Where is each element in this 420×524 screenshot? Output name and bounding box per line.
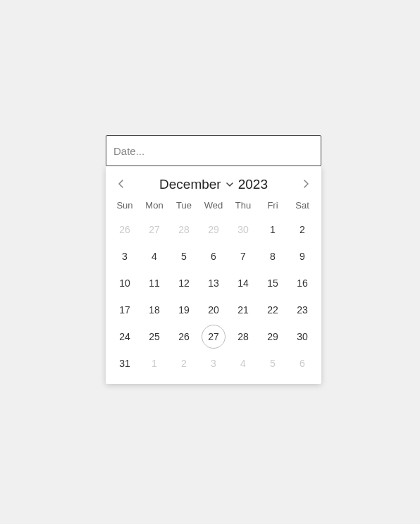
day-cell-outside[interactable]: 4 — [228, 350, 258, 377]
weekday-label: Tue — [169, 196, 199, 216]
prev-month-button[interactable] — [111, 175, 131, 194]
current-year: 2023 — [238, 177, 268, 192]
weekday-header: Sun Mon Tue Wed Thu Fri Sat — [106, 196, 321, 216]
day-cell-outside[interactable]: 30 — [228, 216, 258, 243]
day-cell-outside[interactable]: 6 — [288, 350, 317, 377]
day-cell-outside[interactable]: 3 — [199, 350, 228, 377]
weekday-label: Wed — [199, 196, 228, 216]
day-cell[interactable]: 16 — [288, 270, 317, 297]
day-cell[interactable]: 17 — [110, 297, 140, 323]
day-cell[interactable]: 18 — [140, 297, 169, 323]
day-grid: 2627282930123456789101112131415161718192… — [106, 216, 321, 377]
day-cell[interactable]: 26 — [169, 323, 199, 350]
day-cell[interactable]: 20 — [199, 297, 228, 323]
chevron-left-icon — [118, 178, 125, 191]
day-cell[interactable]: 5 — [169, 243, 199, 270]
day-cell[interactable]: 25 — [140, 323, 169, 350]
day-cell-outside[interactable]: 26 — [110, 216, 140, 243]
weekday-label: Fri — [258, 196, 288, 216]
day-cell[interactable]: 28 — [228, 323, 258, 350]
day-cell[interactable]: 7 — [228, 243, 258, 270]
day-cell[interactable]: 11 — [140, 270, 169, 297]
day-cell[interactable]: 22 — [258, 297, 288, 323]
weekday-label: Mon — [140, 196, 169, 216]
day-cell-outside[interactable]: 1 — [140, 350, 169, 377]
weekday-label: Sun — [110, 196, 140, 216]
day-cell-outside[interactable]: 27 — [140, 216, 169, 243]
day-cell-outside[interactable]: 2 — [169, 350, 199, 377]
calendar-header: December 2023 — [106, 170, 321, 196]
day-cell-outside[interactable]: 28 — [169, 216, 199, 243]
day-cell[interactable]: 31 — [110, 350, 140, 377]
next-month-button[interactable] — [296, 175, 316, 194]
day-cell[interactable]: 24 — [110, 323, 140, 350]
day-cell[interactable]: 3 — [110, 243, 140, 270]
day-cell-today[interactable]: 27 — [199, 323, 228, 350]
day-cell[interactable]: 10 — [110, 270, 140, 297]
weekday-label: Sat — [288, 196, 317, 216]
day-cell-outside[interactable]: 5 — [258, 350, 288, 377]
day-cell[interactable]: 8 — [258, 243, 288, 270]
day-cell[interactable]: 2 — [288, 216, 317, 243]
date-input[interactable] — [106, 135, 321, 166]
day-cell[interactable]: 21 — [228, 297, 258, 323]
weekday-label: Thu — [228, 196, 258, 216]
day-cell[interactable]: 23 — [288, 297, 317, 323]
calendar-popup: December 2023 Sun Mon Tue Wed Thu Fri Sa… — [106, 166, 321, 384]
day-cell[interactable]: 1 — [258, 216, 288, 243]
day-cell[interactable]: 13 — [199, 270, 228, 297]
day-cell[interactable]: 9 — [288, 243, 317, 270]
month-year-selector[interactable]: December 2023 — [159, 177, 268, 192]
day-cell[interactable]: 4 — [140, 243, 169, 270]
day-cell[interactable]: 15 — [258, 270, 288, 297]
current-month: December — [159, 177, 221, 192]
day-cell[interactable]: 14 — [228, 270, 258, 297]
day-cell[interactable]: 29 — [258, 323, 288, 350]
chevron-right-icon — [302, 178, 309, 191]
chevron-down-icon — [226, 181, 234, 188]
day-cell[interactable]: 19 — [169, 297, 199, 323]
day-cell[interactable]: 6 — [199, 243, 228, 270]
day-cell[interactable]: 12 — [169, 270, 199, 297]
day-cell-outside[interactable]: 29 — [199, 216, 228, 243]
day-cell[interactable]: 30 — [288, 323, 317, 350]
